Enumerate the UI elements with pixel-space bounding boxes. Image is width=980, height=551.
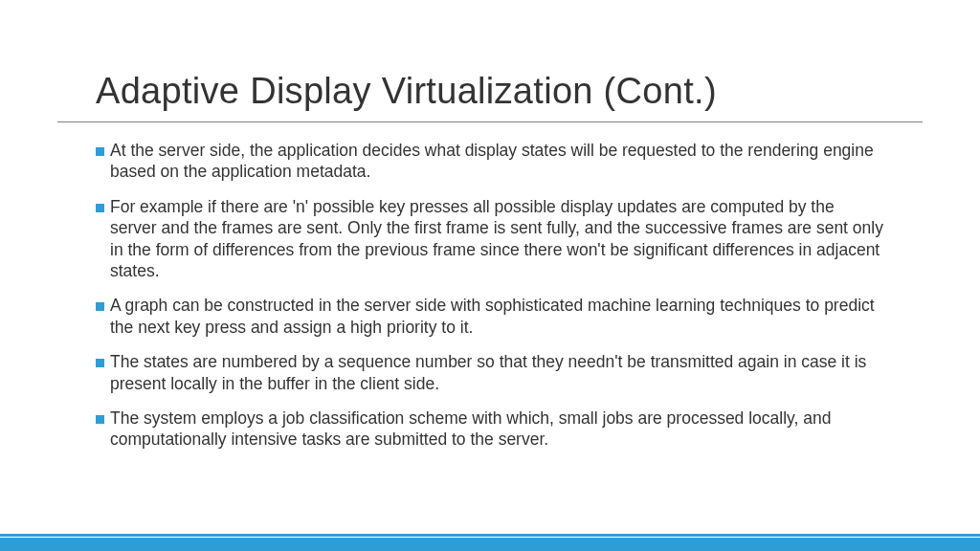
bullet-text: At the server side, the application deci… bbox=[110, 140, 884, 183]
bullet-item: A graph can be constructed in the server… bbox=[96, 295, 884, 338]
bullet-text: For example if there are 'n' possible ke… bbox=[110, 196, 884, 282]
bullet-text: The states are numbered by a sequence nu… bbox=[110, 351, 884, 394]
bullet-text: The system employs a job classification … bbox=[110, 408, 884, 451]
bullet-item: At the server side, the application deci… bbox=[96, 140, 884, 183]
bullet-item: The states are numbered by a sequence nu… bbox=[96, 351, 884, 394]
bullet-square-icon bbox=[96, 147, 104, 156]
bullet-square-icon bbox=[96, 204, 104, 212]
bullet-square-icon bbox=[96, 302, 104, 311]
bullet-item: For example if there are 'n' possible ke… bbox=[96, 196, 884, 282]
accent-line-thick bbox=[0, 538, 980, 551]
slide: Adaptive Display Virtualization (Cont.) … bbox=[0, 0, 980, 551]
slide-title: Adaptive Display Virtualization (Cont.) bbox=[57, 57, 923, 122]
bullet-square-icon bbox=[96, 415, 104, 424]
bullet-square-icon bbox=[96, 359, 104, 367]
bullet-item: The system employs a job classification … bbox=[96, 408, 884, 451]
bottom-accent-bar bbox=[0, 534, 980, 551]
bullet-text: A graph can be constructed in the server… bbox=[110, 295, 884, 338]
slide-content: At the server side, the application deci… bbox=[57, 122, 923, 451]
